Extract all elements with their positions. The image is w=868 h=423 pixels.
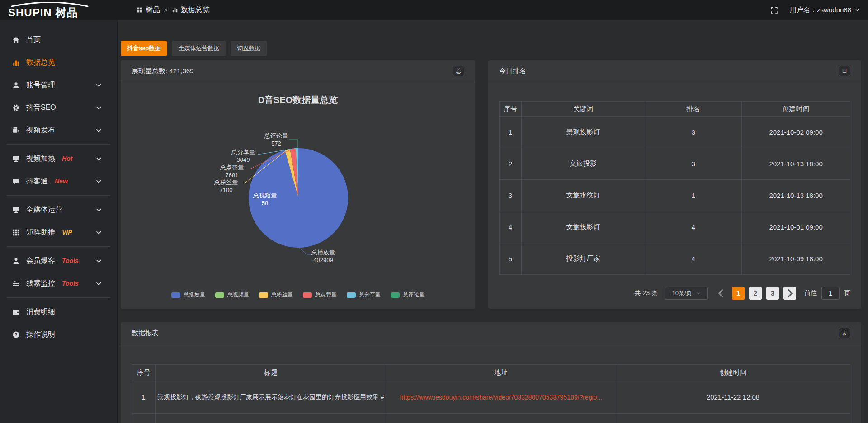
page-button-2[interactable]: 2 [749,287,762,300]
sidebar-item-account-manage[interactable]: 账号管理 [0,74,117,96]
rank-cell: 3 [645,117,742,148]
chat-icon [12,178,20,185]
table-header-row: 序号关键词排名创建时间 [500,102,850,117]
username-label: 用户名：zswodun88 [790,6,851,14]
sidebar-item-clue-monitor[interactable]: 线索监控Tools [0,272,117,295]
keyword-cell: 文旅投影灯 [521,212,645,243]
logo: SHUPIN 树品 [8,2,113,18]
overview-total-badge[interactable]: 总 [453,66,464,76]
rank-index-cell: 5 [500,243,522,275]
gear-icon [12,104,20,112]
question-icon: ? [12,331,20,338]
legend-item-总评论量[interactable]: 总评论量 [391,291,425,299]
legend-item-总播放量[interactable]: 总播放量 [171,291,205,299]
keyword-cell: 投影灯厂家 [521,243,645,275]
sliders-icon [12,280,20,287]
ranking-day-badge[interactable]: 日 [839,66,850,76]
legend-swatch [347,292,356,298]
fullscreen-icon[interactable] [770,6,778,14]
sidebar: 首页数据总览账号管理抖音SEO视频发布视频加热Hot抖客通New全媒体运营矩阵助… [0,20,118,423]
legend-item-总点赞量[interactable]: 总点赞量 [303,291,337,299]
bar-chart-icon [172,7,178,13]
table-cell [386,414,616,423]
legend-item-总分享量[interactable]: 总分享量 [347,291,381,299]
sidebar-item-douyin-seo[interactable]: 抖音SEO [0,96,117,119]
sidebar-item-label: 全媒体运营 [26,205,62,215]
tab-douyin-seo-data[interactable]: 抖音seo数据 [121,41,167,56]
sidebar-item-video-publish[interactable]: 视频发布 [0,119,117,141]
page-size-select[interactable]: 10条/页 [665,287,708,300]
chevron-down-icon[interactable] [95,206,103,214]
column-header: 关键词 [521,102,645,117]
overview-panel: 展现量总数: 421,369 总 D音SEO数据量总览 总播放量402909总视… [121,60,475,309]
breadcrumb-item-shupin[interactable]: 树品 [137,5,160,15]
table-row: 2文旅投影32021-10-13 18:00 [500,148,850,180]
sidebar-item-video-heat[interactable]: 视频加热Hot [0,147,117,170]
column-header: 创建时间 [742,102,850,117]
table-cell [132,414,156,423]
sidebar-item-doukotong[interactable]: 抖客通New [0,170,117,193]
bar-chart-icon [12,59,20,66]
sidebar-item-media-ops[interactable]: 全媒体运营 [0,198,117,221]
rank-cell: 1 [645,180,742,212]
created-time-cell: 2021-10-13 18:00 [742,148,850,180]
table-row: 5投影灯厂家42021-10-09 18:00 [500,243,850,275]
chevron-down-icon[interactable] [95,178,103,185]
goto-page-input[interactable] [821,287,840,300]
page-button-1[interactable]: 1 [732,287,745,300]
rank-index-cell: 2 [500,148,522,180]
logo-text-en: SHUPIN [8,7,52,18]
sidebar-item-data-overview[interactable]: 数据总览 [0,51,117,74]
monitor-icon [12,206,20,214]
sidebar-item-instructions[interactable]: ?操作说明 [0,323,117,346]
overview-panel-title: 展现量总数: 421,369 [132,67,194,75]
video-title-cell: 景观投影灯，夜游景观投影灯厂家展示展示落花灯在花园里的灯光投影应用效果 # [156,381,386,414]
ranking-panel: 今日排名 日 序号关键词排名创建时间1景观投影灯32021-10-02 09:0… [488,60,861,309]
user-menu[interactable]: 用户名：zswodun88 [790,6,860,14]
chevron-down-icon[interactable] [95,229,103,236]
chevron-down-icon [696,291,701,296]
sidebar-item-consumption[interactable]: 消费明细 [0,301,117,323]
table-row: 1景观投影灯，夜游景观投影灯厂家展示展示落花灯在花园里的灯光投影应用效果 #ht… [132,381,850,414]
legend-item-总视频量[interactable]: 总视频量 [215,291,249,299]
rank-index-cell: 4 [500,212,522,243]
pagination-total: 共 23 条 [635,289,658,297]
chevron-down-icon[interactable] [95,104,103,112]
keyword-cell: 景观投影灯 [521,117,645,148]
tab-inquiry-data[interactable]: 询盘数据 [231,41,267,56]
sidebar-item-member-burst[interactable]: 会员爆客Tools [0,249,117,272]
goto-label: 前往 [804,289,817,297]
legend-swatch [259,292,268,298]
sidebar-item-home[interactable]: 首页 [0,28,117,51]
chevron-down-icon [854,7,860,13]
chevron-down-icon[interactable] [95,257,103,265]
legend-label: 总评论量 [403,291,425,299]
legend-label: 总分享量 [359,291,381,299]
chevron-down-icon[interactable] [95,155,103,163]
sidebar-item-label: 消费明细 [26,307,55,317]
prev-page-button[interactable] [715,287,727,300]
pie-chart-canvas [121,82,475,309]
rank-cell: 4 [645,243,742,275]
sidebar-item-matrix-boost[interactable]: 矩阵助推VIP [0,221,117,244]
home-icon [12,36,20,44]
chevron-down-icon[interactable] [95,81,103,89]
chevron-down-icon[interactable] [95,127,103,134]
breadcrumb-item-data-overview[interactable]: 数据总览 [172,5,210,15]
table-row: 4文旅投影灯42021-10-01 09:00 [500,212,850,243]
legend-item-总粉丝量[interactable]: 总粉丝量 [259,291,293,299]
created-time-cell: 2021-10-13 18:00 [742,180,850,212]
chevron-down-icon[interactable] [95,280,103,287]
created-time-cell: 2021-10-09 18:00 [742,243,850,275]
tab-media-ops-data[interactable]: 全媒体运营数据 [172,41,226,56]
page-button-3[interactable]: 3 [766,287,779,300]
next-page-button[interactable] [783,287,796,300]
ranking-table-area: 序号关键词排名创建时间1景观投影灯32021-10-02 09:002文旅投影3… [488,82,861,309]
report-table-badge[interactable]: 表 [839,328,850,338]
video-icon [12,127,20,134]
video-link[interactable]: https://www.iesdouyin.com/share/video/70… [386,381,616,414]
wallet-icon [12,308,20,316]
ranking-panel-title: 今日排名 [499,67,526,75]
keyword-cell: 文旅投影 [521,148,645,180]
column-header: 地址 [386,365,616,381]
